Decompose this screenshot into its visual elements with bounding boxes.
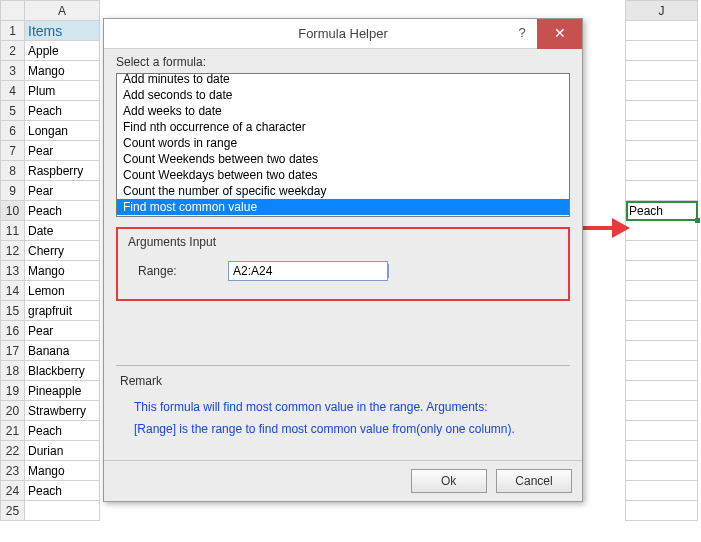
data-cell[interactable]: Strawberry: [25, 401, 100, 421]
row-header[interactable]: 18: [1, 361, 25, 381]
result-cell[interactable]: Peach: [626, 201, 698, 221]
data-cell[interactable]: Pear: [25, 181, 100, 201]
row-header[interactable]: 5: [1, 101, 25, 121]
empty-cell[interactable]: [626, 441, 698, 461]
empty-cell[interactable]: [626, 481, 698, 501]
row-header[interactable]: 20: [1, 401, 25, 421]
empty-cell[interactable]: [626, 501, 698, 521]
row-header[interactable]: 24: [1, 481, 25, 501]
empty-cell[interactable]: [626, 281, 698, 301]
data-cell[interactable]: Banana: [25, 341, 100, 361]
row-header[interactable]: 8: [1, 161, 25, 181]
empty-cell[interactable]: [626, 261, 698, 281]
data-cell[interactable]: Lemon: [25, 281, 100, 301]
row-header[interactable]: 14: [1, 281, 25, 301]
data-cell[interactable]: Plum: [25, 81, 100, 101]
row-header[interactable]: 2: [1, 41, 25, 61]
row-header[interactable]: 19: [1, 381, 25, 401]
row-header[interactable]: 21: [1, 421, 25, 441]
empty-cell[interactable]: [626, 381, 698, 401]
empty-cell[interactable]: [626, 141, 698, 161]
data-cell[interactable]: Mango: [25, 461, 100, 481]
row-header[interactable]: 13: [1, 261, 25, 281]
corner-cell[interactable]: [1, 1, 25, 21]
help-button[interactable]: ?: [507, 19, 537, 49]
formula-item[interactable]: Find most common value: [117, 199, 569, 215]
row-header[interactable]: 15: [1, 301, 25, 321]
empty-cell[interactable]: [626, 301, 698, 321]
empty-cell[interactable]: [626, 101, 698, 121]
row-header[interactable]: 1: [1, 21, 25, 41]
data-cell[interactable]: Peach: [25, 101, 100, 121]
formula-item[interactable]: Count words in range: [117, 135, 569, 151]
empty-cell[interactable]: [626, 181, 698, 201]
data-cell[interactable]: Cherry: [25, 241, 100, 261]
data-cell[interactable]: grapfruit: [25, 301, 100, 321]
data-cell[interactable]: [25, 501, 100, 521]
empty-cell[interactable]: [626, 341, 698, 361]
data-cell[interactable]: Peach: [25, 481, 100, 501]
row-header[interactable]: 23: [1, 461, 25, 481]
formula-item[interactable]: Add weeks to date: [117, 103, 569, 119]
empty-cell[interactable]: [626, 121, 698, 141]
dialog-titlebar[interactable]: Formula Helper ? ✕: [104, 19, 582, 49]
data-cell[interactable]: Mango: [25, 261, 100, 281]
formula-list[interactable]: Add minutes to dateAdd seconds to dateAd…: [116, 73, 570, 217]
data-cell[interactable]: Peach: [25, 421, 100, 441]
row-header[interactable]: 6: [1, 121, 25, 141]
row-header[interactable]: 9: [1, 181, 25, 201]
col-header-a[interactable]: A: [25, 1, 100, 21]
empty-cell[interactable]: [626, 421, 698, 441]
row-header[interactable]: 7: [1, 141, 25, 161]
formula-item[interactable]: Count Weekdays between two dates: [117, 167, 569, 183]
empty-cell[interactable]: [626, 41, 698, 61]
data-cell[interactable]: Pear: [25, 321, 100, 341]
empty-cell[interactable]: [626, 61, 698, 81]
empty-cell[interactable]: [626, 81, 698, 101]
row-header[interactable]: 3: [1, 61, 25, 81]
data-cell[interactable]: Pineapple: [25, 381, 100, 401]
cancel-button[interactable]: Cancel: [496, 469, 572, 493]
range-input[interactable]: [229, 262, 387, 280]
empty-cell[interactable]: [626, 361, 698, 381]
items-header-cell[interactable]: Items: [25, 21, 100, 41]
data-cell[interactable]: Raspberry: [25, 161, 100, 181]
row-header[interactable]: 17: [1, 341, 25, 361]
data-cell[interactable]: Pear: [25, 141, 100, 161]
data-cell[interactable]: Mango: [25, 61, 100, 81]
data-cell[interactable]: Durian: [25, 441, 100, 461]
formula-item[interactable]: Add seconds to date: [117, 87, 569, 103]
formula-item[interactable]: Add minutes to date: [117, 73, 569, 87]
data-cell[interactable]: Blackberry: [25, 361, 100, 381]
col-header-j[interactable]: J: [626, 1, 698, 21]
empty-cell[interactable]: [626, 21, 698, 41]
row-header[interactable]: 4: [1, 81, 25, 101]
remark-line2: [Range] is the range to find most common…: [120, 418, 566, 440]
close-button[interactable]: ✕: [537, 19, 582, 49]
data-cell[interactable]: Peach: [25, 201, 100, 221]
formula-item[interactable]: Count the number of specific weekday: [117, 183, 569, 199]
empty-cell[interactable]: [626, 401, 698, 421]
range-label: Range:: [138, 264, 228, 278]
row-header[interactable]: 16: [1, 321, 25, 341]
data-cell[interactable]: Date: [25, 221, 100, 241]
empty-cell[interactable]: [626, 321, 698, 341]
formula-item[interactable]: Count Weekends between two dates: [117, 151, 569, 167]
row-header[interactable]: 11: [1, 221, 25, 241]
empty-cell[interactable]: [626, 461, 698, 481]
row-header[interactable]: 22: [1, 441, 25, 461]
empty-cell[interactable]: [626, 161, 698, 181]
dialog-buttons: Ok Cancel: [104, 460, 582, 501]
data-cell[interactable]: Apple: [25, 41, 100, 61]
empty-cell[interactable]: [626, 221, 698, 241]
row-header[interactable]: 10: [1, 201, 25, 221]
arguments-title: Arguments Input: [128, 235, 558, 249]
row-header[interactable]: 12: [1, 241, 25, 261]
data-cell[interactable]: Longan: [25, 121, 100, 141]
formula-item[interactable]: Find nth occurrence of a character: [117, 119, 569, 135]
remark-line1: This formula will find most common value…: [120, 396, 566, 418]
empty-cell[interactable]: [626, 241, 698, 261]
range-row: Range:: [128, 261, 558, 281]
row-header[interactable]: 25: [1, 501, 25, 521]
ok-button[interactable]: Ok: [411, 469, 487, 493]
